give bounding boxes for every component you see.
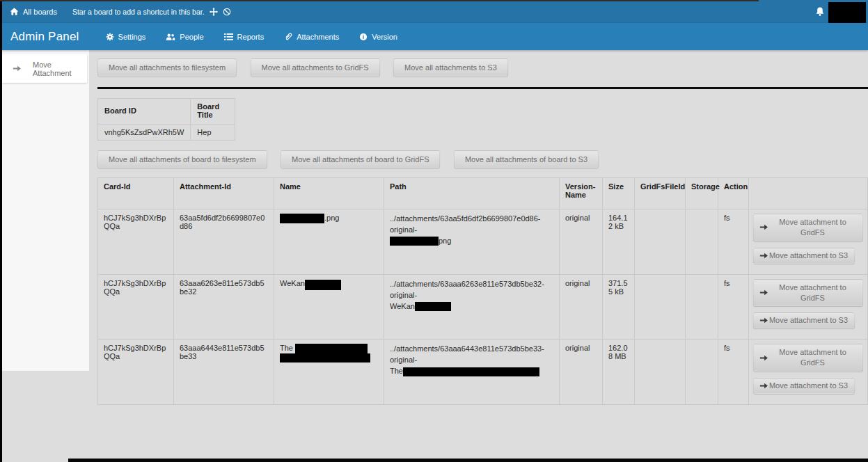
- cell-name: WeKan: [274, 274, 384, 340]
- tab-label: People: [180, 33, 203, 41]
- cell-attachment-id: 63aaa6263e811e573db5be32: [174, 274, 274, 340]
- col-card-id: Card-Id: [98, 178, 174, 209]
- cell-action: fs: [718, 340, 749, 405]
- page-title: Admin Panel: [10, 30, 79, 44]
- move-board-to-filesystem-button[interactable]: Move all attachments of board to filesys…: [97, 150, 267, 168]
- col-version-name: Version-Name: [560, 178, 603, 209]
- arrow-right-icon: [759, 289, 768, 296]
- path-line1: ../attachments/63aaa6443e811e573db5be33-…: [390, 344, 553, 366]
- move-attachment-to-gridfs-button[interactable]: Move attachment to GridFS: [753, 344, 863, 372]
- redacted-box: [403, 367, 539, 376]
- window-edge-left: [0, 0, 2, 462]
- cell-version-name: original: [560, 209, 603, 275]
- col-size: Size: [603, 178, 635, 209]
- board-title-cell: Hep: [191, 125, 235, 141]
- path-line1: ../attachments/63aa5fd6df2b6699807e0d86-…: [390, 214, 553, 236]
- tab-people[interactable]: People: [166, 33, 203, 41]
- tab-version[interactable]: Version: [359, 33, 397, 41]
- arrow-right-icon: [759, 317, 768, 324]
- board-id-header: Board ID: [98, 99, 191, 125]
- redacted-box: [390, 237, 439, 246]
- board-id-cell: vnhg5KsZsdPwXRh5W: [98, 125, 191, 141]
- hint-text: Star a board to add a shortcut in this b…: [72, 8, 205, 16]
- sidebar-item-label: Move Attachment: [33, 61, 87, 77]
- arrow-right-icon: [759, 252, 768, 260]
- sidebar-item-move-attachment[interactable]: Move Attachment: [2, 54, 87, 83]
- cell-row-buttons: Move attachment to GridFS Move attachmen…: [749, 209, 868, 275]
- notifications-bell-icon[interactable]: [815, 6, 825, 17]
- cell-version-name: original: [560, 274, 603, 340]
- col-attachment-id: Attachment-Id: [174, 178, 274, 209]
- path-line2-prefix: WeKan: [390, 302, 415, 310]
- cell-name: The: [274, 340, 384, 405]
- info-icon: [359, 33, 368, 41]
- cell-storage: [686, 209, 718, 275]
- paperclip-icon: [284, 32, 292, 41]
- move-all-to-gridfs-button[interactable]: Move all attachments to GridFS: [251, 58, 380, 77]
- move-board-to-gridfs-button[interactable]: Move all attachments of board to GridFS: [281, 150, 440, 168]
- redacted-box: [415, 302, 451, 311]
- move-all-to-s3-button[interactable]: Move all attachments to S3: [393, 58, 508, 77]
- move-attachment-to-s3-button[interactable]: Move attachment to S3: [753, 312, 855, 328]
- tab-label: Attachments: [297, 33, 339, 41]
- move-attachment-to-s3-button[interactable]: Move attachment to S3: [753, 248, 855, 264]
- star-board-hint: Star a board to add a shortcut in this b…: [72, 8, 231, 16]
- arrow-right-icon: [759, 223, 768, 231]
- arrow-right-icon: [759, 382, 768, 390]
- tab-reports[interactable]: Reports: [224, 33, 265, 41]
- cell-size: 164.12 kB: [603, 209, 635, 275]
- all-boards-label: All boards: [23, 8, 57, 16]
- cell-name: .png: [274, 209, 384, 275]
- path-line1: ../attachments/63aaa6263e811e573db5be32-…: [390, 279, 553, 301]
- cell-path: ../attachments/63aaa6443e811e573db5be33-…: [384, 340, 560, 405]
- people-icon: [166, 33, 175, 41]
- board-title-header: Board Title: [191, 99, 235, 125]
- move-attachment-to-gridfs-button[interactable]: Move attachment to GridFS: [753, 214, 863, 241]
- list-icon: [224, 33, 233, 41]
- tab-label: Reports: [237, 33, 265, 41]
- cell-path: ../attachments/63aaa6263e811e573db5be32-…: [384, 274, 560, 340]
- cell-action: fs: [718, 209, 749, 275]
- col-path: Path: [384, 178, 560, 209]
- move-attachment-to-gridfs-button[interactable]: Move attachment to GridFS: [753, 279, 863, 307]
- all-boards-link[interactable]: All boards: [10, 7, 57, 16]
- home-icon: [10, 7, 19, 16]
- board-buttons-row: Move all attachments of board to filesys…: [97, 150, 868, 168]
- cell-card-id: hCJ7kSg3hDXrBpQQa: [98, 274, 174, 340]
- divider: [97, 87, 868, 89]
- move-icon: [210, 8, 218, 16]
- redacted-box: [305, 280, 341, 290]
- move-all-to-filesystem-button[interactable]: Move all attachments to filesystem: [97, 58, 237, 77]
- ban-icon: [223, 8, 231, 16]
- path-line2-suffix: png: [439, 237, 451, 245]
- col-gridfsfileid: GridFsFileId: [635, 178, 686, 209]
- move-board-to-s3-button[interactable]: Move all attachments of board to S3: [454, 150, 599, 168]
- move-attachment-to-s3-button[interactable]: Move attachment to S3: [753, 378, 855, 394]
- attachments-header-row: Card-Id Attachment-Id Name Path Version-…: [98, 178, 868, 209]
- cell-storage: [686, 274, 718, 340]
- tab-label: Settings: [118, 33, 146, 41]
- col-storage: Storage: [686, 178, 718, 209]
- board-table: Board ID Board Title vnhg5KsZsdPwXRh5W H…: [97, 98, 235, 141]
- tab-settings[interactable]: Settings: [106, 33, 146, 41]
- cell-row-buttons: Move attachment to GridFS Move attachmen…: [749, 274, 868, 340]
- cell-size: 162.08 MB: [603, 340, 635, 405]
- cell-version-name: original: [560, 340, 603, 405]
- user-menu-redacted[interactable]: [828, 2, 866, 23]
- board-table-header-row: Board ID Board Title: [98, 99, 235, 125]
- col-action: Action: [718, 178, 749, 209]
- cell-gridfsfileid: [635, 274, 686, 340]
- tab-label: Version: [372, 33, 397, 41]
- cell-row-buttons: Move attachment to GridFS Move attachmen…: [749, 340, 868, 405]
- cell-gridfsfileid: [635, 340, 686, 405]
- top-bar: All boards Star a board to add a shortcu…: [0, 0, 868, 23]
- window-edge-bottom: [68, 459, 868, 462]
- cell-attachment-id: 63aaa6443e811e573db5be33: [174, 340, 274, 405]
- cell-action: fs: [718, 274, 749, 340]
- attachments-table: Card-Id Attachment-Id Name Path Version-…: [97, 177, 868, 405]
- board-table-row: vnhg5KsZsdPwXRh5W Hep: [98, 125, 235, 141]
- global-buttons-row: Move all attachments to filesystem Move …: [97, 58, 868, 77]
- name-suffix: .png: [324, 214, 339, 222]
- tab-attachments[interactable]: Attachments: [284, 32, 339, 41]
- name-prefix: The: [280, 344, 295, 352]
